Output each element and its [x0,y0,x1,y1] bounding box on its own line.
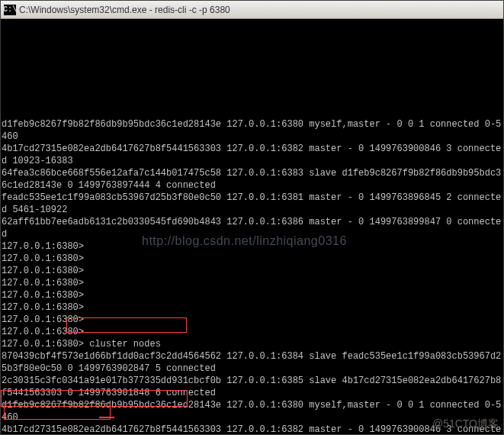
prompt-line[interactable]: 127.0.0.1:6380> cluster nodes [2,338,502,350]
cluster-node-line: d1feb9c8267f9b82f86db9b95bdc36c1ed28143e… [2,399,502,424]
titlebar[interactable]: C:\ C:\Windows\system32\cmd.exe - redis-… [1,1,503,19]
cluster-node-line: 64fea3c86bce668f556e12afa7c144b017475c58… [2,167,502,192]
cluster-node-line: 2c30315c3fc0341a91e017b377335dd931cbcf0b… [2,375,502,399]
window-title: C:\Windows\system32\cmd.exe - redis-cli … [19,5,230,15]
prompt-line[interactable]: 127.0.0.1:6380> [2,253,502,265]
cmd-icon: C:\ [4,5,16,15]
prompt-line[interactable]: 127.0.0.1:6380> [2,301,502,314]
cluster-node-line: feadc535ee1c1f99a083cb53967d25b3f80e0c50… [2,192,502,216]
prompt-line[interactable]: 127.0.0.1:6380> [2,289,502,301]
prompt-line[interactable]: 127.0.0.1:6380> [2,277,502,289]
command-prompt-window: C:\ C:\Windows\system32\cmd.exe - redis-… [0,0,504,435]
prompt-line[interactable]: 127.0.0.1:6380> [2,240,502,253]
console-output[interactable]: http://blog.csdn.net/linzhiqiang0316 @51… [1,19,503,434]
prompt-line[interactable]: 127.0.0.1:6380> [2,265,502,277]
prompt-line[interactable]: 127.0.0.1:6380> [2,314,502,326]
cluster-node-line: 4b17cd27315e082ea2db6417627b8f5441563303… [2,424,502,434]
prompt-line[interactable]: 127.0.0.1:6380> [2,326,502,338]
cluster-node-line: 870439cbf4f573e1d66bf1dd0acf3c2dd4564562… [2,350,502,375]
cluster-node-line: 4b17cd27315e082ea2db6417627b8f5441563303… [2,143,502,167]
cluster-node-line: d1feb9c8267f9b82f86db9b95bdc36c1ed28143e… [2,118,502,143]
cluster-node-line: 62aff61bb7ee6adb6131c2b0330545fd690b4843… [2,216,502,240]
